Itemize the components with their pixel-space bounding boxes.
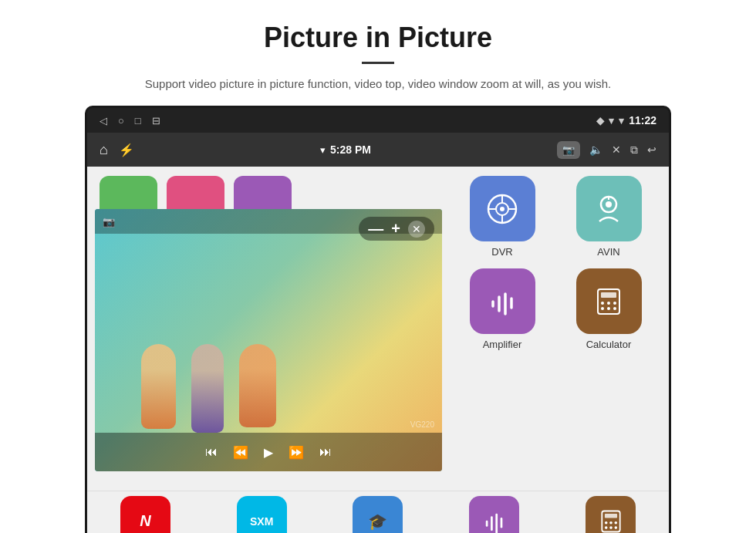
- forward-btn[interactable]: ⏩: [289, 445, 304, 460]
- pip-zoom-out[interactable]: —: [368, 220, 383, 238]
- dvr-icon[interactable]: [470, 176, 535, 241]
- wifi-icon: ▾: [320, 144, 326, 156]
- page-subtitle: Support video picture in picture functio…: [46, 75, 710, 93]
- status-bar: ◁ ○ □ ⊟ ◆ ▾ ▾ 11:22: [87, 108, 669, 133]
- amplifier-bottom-svg: [481, 508, 508, 534]
- pip-container: 📷 — + ✕ ⏮ ⏪ ▶ ⏩ ⏭ VG220: [87, 167, 442, 491]
- dvr-label: DVR: [491, 246, 512, 258]
- video-scene: [95, 209, 442, 471]
- svg-point-33: [614, 526, 617, 529]
- dvr-app-item[interactable]: DVR: [454, 176, 550, 258]
- app-bar: ⌂ ⚡ ▾ 5:28 PM 📷 🔈 ✕ ⧉ ↩: [87, 133, 669, 167]
- netflix-bottom-item[interactable]: N Netflix: [87, 496, 204, 533]
- pip-controls[interactable]: — + ✕: [359, 217, 434, 241]
- home-app-icon[interactable]: ⌂: [100, 142, 108, 158]
- svg-point-29: [609, 521, 613, 525]
- avin-app-item[interactable]: AVIN: [561, 176, 656, 258]
- location-icon: ◆: [596, 115, 604, 127]
- calculator-svg: [592, 285, 626, 319]
- siriusxm-bottom-item[interactable]: SXM SiriusXM: [204, 496, 320, 533]
- app-grid-inner: DVR AVIN: [454, 176, 656, 350]
- amplifier-bottom-icon[interactable]: [469, 496, 519, 533]
- pip-zoom-in[interactable]: +: [391, 220, 400, 238]
- wheelkey-bottom-item[interactable]: 🎓 Wheelkey Study: [320, 496, 437, 533]
- app-bar-left: ⌂ ⚡: [100, 142, 134, 158]
- svg-point-18: [613, 302, 616, 305]
- close-btn[interactable]: ✕: [612, 143, 621, 156]
- svg-point-17: [607, 302, 610, 305]
- status-bar-right: ◆ ▾ ▾ 11:22: [596, 114, 656, 127]
- scene-people: [141, 344, 276, 433]
- siriusxm-bottom-icon[interactable]: SXM: [237, 496, 287, 533]
- back-icon[interactable]: ◁: [100, 115, 107, 127]
- svg-point-32: [609, 526, 613, 529]
- video-bottom-controls[interactable]: ⏮ ⏪ ▶ ⏩ ⏭: [95, 433, 442, 471]
- calculator-label: Calculator: [586, 339, 632, 350]
- skip-forward-btn[interactable]: ⏭: [319, 445, 332, 459]
- avin-svg: [592, 192, 626, 226]
- app-bar-center: ▾ 5:28 PM: [320, 143, 371, 156]
- rewind-btn[interactable]: ⏪: [233, 445, 248, 460]
- svg-point-21: [613, 307, 616, 310]
- calculator-bottom-icon[interactable]: [586, 496, 636, 533]
- page-header: Picture in Picture Support video picture…: [0, 0, 756, 106]
- wheelkey-bottom-icon[interactable]: 🎓: [353, 496, 403, 533]
- pip-close-btn[interactable]: ✕: [408, 221, 425, 238]
- wifi-status-icon: ▾: [609, 115, 614, 127]
- svg-point-2: [500, 207, 505, 211]
- usb-icon: ⚡: [119, 143, 134, 157]
- status-bar-left: ◁ ○ □ ⊟: [100, 115, 160, 127]
- svg-point-16: [601, 302, 604, 305]
- amplifier-svg: [485, 285, 519, 319]
- device-frame: ◁ ○ □ ⊟ ◆ ▾ ▾ 11:22 ⌂ ⚡ ▾ 5:28 PM 📷 🔈 ✕ …: [85, 106, 671, 533]
- svg-point-8: [606, 201, 612, 207]
- main-area: 📷 — + ✕ ⏮ ⏪ ▶ ⏩ ⏭ VG220: [87, 167, 669, 491]
- calculator-icon[interactable]: [576, 268, 642, 334]
- calculator-bottom-svg: [597, 508, 625, 534]
- skip-back-btn[interactable]: ⏮: [205, 445, 218, 459]
- amplifier-label: Amplifier: [483, 339, 522, 350]
- svg-point-20: [607, 307, 610, 310]
- svg-point-19: [601, 307, 604, 310]
- svg-point-28: [604, 521, 607, 525]
- watermark: VG220: [410, 420, 434, 429]
- avin-label: AVIN: [597, 246, 619, 258]
- page-title: Picture in Picture: [46, 22, 710, 54]
- dvr-svg: [485, 192, 519, 226]
- amplifier-app-item[interactable]: Amplifier: [454, 268, 550, 350]
- amplifier-bottom-item[interactable]: Amplifier: [436, 496, 552, 533]
- video-camera-icon: 📷: [103, 216, 115, 228]
- app-bar-right: 📷 🔈 ✕ ⧉ ↩: [557, 141, 656, 159]
- pip-btn[interactable]: ⧉: [630, 143, 638, 157]
- title-divider: [362, 62, 394, 64]
- svg-rect-15: [601, 292, 616, 298]
- play-btn[interactable]: ▶: [264, 445, 273, 460]
- svg-rect-27: [604, 514, 616, 518]
- bottom-labels: N Netflix SXM SiriusXM 🎓 Wheelkey Study: [87, 491, 669, 533]
- calculator-bottom-item[interactable]: Calculator: [552, 496, 669, 533]
- netflix-bottom-icon[interactable]: N: [120, 496, 170, 533]
- calculator-app-item[interactable]: Calculator: [561, 268, 656, 350]
- battery-icon: ▾: [619, 115, 624, 127]
- svg-point-31: [604, 526, 607, 529]
- amplifier-icon[interactable]: [470, 268, 535, 334]
- home-icon[interactable]: ○: [118, 115, 124, 127]
- app-back-btn[interactable]: ↩: [647, 143, 656, 156]
- status-time: 11:22: [629, 114, 656, 127]
- app-bar-time: 5:28 PM: [330, 143, 371, 156]
- volume-icon[interactable]: 🔈: [589, 143, 602, 156]
- app-grid-right: DVR AVIN: [442, 167, 669, 491]
- menu-icon[interactable]: ⊟: [152, 115, 160, 127]
- svg-point-30: [614, 521, 617, 525]
- video-player[interactable]: 📷 — + ✕ ⏮ ⏪ ▶ ⏩ ⏭ VG220: [95, 209, 442, 471]
- avin-icon[interactable]: [576, 176, 642, 241]
- recents-icon[interactable]: □: [135, 115, 141, 127]
- camera-button[interactable]: 📷: [557, 141, 580, 159]
